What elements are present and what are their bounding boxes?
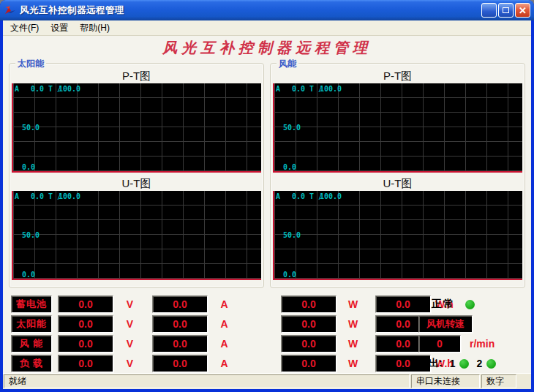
output-2-indicator <box>486 359 496 369</box>
window-title: 风光互补控制器远程管理 <box>20 4 480 17</box>
wind-voltage-display: 0.0 <box>58 335 113 353</box>
output-row: 输出: 1 2 <box>418 355 521 372</box>
maximize-button[interactable] <box>498 3 514 18</box>
chart-channel-label: A <box>15 85 19 93</box>
chart-ymid-label: 50.0 <box>22 231 40 239</box>
output-1-number: 1 <box>450 358 456 369</box>
output-2-number: 2 <box>476 358 482 369</box>
wind-ut-chart: A 0.0 T / 100.0 50.0 0.0 <box>273 191 522 280</box>
voltage-unit: V <box>113 358 146 369</box>
menu-file[interactable]: 文件(F) <box>4 20 45 36</box>
output-label: 输出: <box>418 357 443 370</box>
page-title: 风光互补控制器远程管理 <box>3 36 531 59</box>
fan-speed-display: 0 <box>418 335 461 353</box>
statusbar-ready: 就绪 <box>4 374 410 388</box>
battery-power-display: 0.0 <box>281 295 336 313</box>
groupbox-wind-caption: 风能 <box>277 58 298 70</box>
minimize-button[interactable] <box>481 3 497 18</box>
solar-voltage-display: 0.0 <box>58 315 113 333</box>
menu-help[interactable]: 帮助(H) <box>74 20 116 36</box>
solar-power-display: 0.0 <box>281 315 336 333</box>
menu-settings[interactable]: 设置 <box>45 20 74 36</box>
fan-speed-value-row: 0 r/min <box>418 335 521 353</box>
solar-ut-chart: A 0.0 T / 100.0 50.0 0.0 <box>12 191 261 280</box>
current-unit: A <box>208 318 241 330</box>
load-power-display: 0.0 <box>281 355 336 372</box>
solar-pt-chart: A 0.0 T / 100.0 50.0 0.0 <box>12 83 261 173</box>
statusbar-resize-grip[interactable] <box>518 374 530 388</box>
chart-timebase-label: 0.0 T / <box>292 85 323 93</box>
chart-timebase-label: 0.0 T / <box>31 192 61 200</box>
power-unit: W <box>336 298 369 310</box>
wind-label: 风 能 <box>11 335 52 353</box>
load-voltage-display: 0.0 <box>58 355 113 372</box>
voltage-unit: V <box>113 338 146 350</box>
titlebar[interactable]: 风光互补控制器远程管理 ✕ <box>0 0 534 20</box>
current-unit: A <box>208 298 241 310</box>
chart-ymid-label: 50.0 <box>283 231 301 239</box>
chart-ymax-label: 100.0 <box>59 85 80 93</box>
power-unit: W <box>336 318 369 330</box>
chart-ymid-label: 50.0 <box>283 124 301 132</box>
solar-pt-chart-title: P-T图 <box>12 69 261 83</box>
voltage-unit: V <box>113 318 146 330</box>
chart-ymin-label: 0.0 <box>22 271 35 279</box>
client-area: 风光互补控制器远程管理 太阳能 P-T图 A 0.0 T / 100.0 50.… <box>3 36 531 373</box>
load-current-display: 0.0 <box>152 355 208 372</box>
power-unit: W <box>336 338 369 350</box>
fan-speed-unit: r/min <box>470 338 494 350</box>
close-button[interactable]: ✕ <box>515 3 530 18</box>
wind-ut-chart-title: U-T图 <box>273 173 522 191</box>
status-column: 正常 风机转速 0 r/min 输出: 1 2 <box>418 295 521 372</box>
battery-voltage-display: 0.0 <box>58 295 113 313</box>
wind-pt-chart: A 0.0 T / 100.0 50.0 0.0 <box>273 83 522 173</box>
battery-current-display: 0.0 <box>152 295 208 313</box>
chart-panels: 太阳能 P-T图 A 0.0 T / 100.0 50.0 0.0 U-T图 A… <box>3 59 531 288</box>
wind-power-display: 0.0 <box>281 335 336 353</box>
current-unit: A <box>208 358 241 369</box>
chart-ymin-label: 0.0 <box>283 163 296 171</box>
statusbar-serial-status: 串口未连接 <box>411 374 480 388</box>
system-normal-indicator <box>465 300 475 309</box>
status-bar: 就绪 串口未连接 数字 <box>3 373 531 389</box>
statusbar-mode: 数字 <box>481 374 516 388</box>
readings-area: 蓄电池 0.0 V 0.0 A 0.0 W 0.0 W.h 太阳能 0.0 <box>3 288 531 373</box>
voltage-unit: V <box>113 298 146 310</box>
load-label: 负 载 <box>11 355 52 372</box>
app-icon <box>4 4 17 16</box>
chart-ymin-label: 0.0 <box>283 271 296 279</box>
wind-current-display: 0.0 <box>152 335 208 353</box>
system-status-row: 正常 <box>418 295 521 313</box>
chart-ymin-label: 0.0 <box>22 163 35 171</box>
battery-label: 蓄电池 <box>11 295 52 313</box>
system-normal-label: 正常 <box>432 298 455 311</box>
wind-pt-chart-title: P-T图 <box>273 69 522 83</box>
power-unit: W <box>336 358 369 369</box>
app-window: 风光互补控制器远程管理 ✕ 文件(F) 设置 帮助(H) 风光互补控制器远程管理… <box>0 0 534 392</box>
fan-speed-label-row: 风机转速 <box>418 315 521 333</box>
current-unit: A <box>208 338 241 350</box>
chart-timebase-label: 0.0 T / <box>31 85 61 93</box>
chart-ymax-label: 100.0 <box>59 192 80 200</box>
solar-label: 太阳能 <box>11 315 52 333</box>
groupbox-wind: 风能 P-T图 A 0.0 T / 100.0 50.0 0.0 U-T图 A … <box>270 63 525 288</box>
chart-ymax-label: 100.0 <box>320 192 342 200</box>
solar-current-display: 0.0 <box>152 315 208 333</box>
chart-channel-label: A <box>276 192 280 200</box>
chart-ymid-label: 50.0 <box>22 124 40 132</box>
chart-ymax-label: 100.0 <box>320 85 342 93</box>
chart-channel-label: A <box>15 192 19 200</box>
solar-ut-chart-title: U-T图 <box>12 173 261 191</box>
output-1-indicator <box>459 359 469 369</box>
fan-speed-label: 风机转速 <box>418 315 473 333</box>
groupbox-solar-caption: 太阳能 <box>15 58 46 70</box>
groupbox-solar: 太阳能 P-T图 A 0.0 T / 100.0 50.0 0.0 U-T图 A… <box>9 63 264 288</box>
window-frame: 文件(F) 设置 帮助(H) 风光互补控制器远程管理 太阳能 P-T图 A 0.… <box>3 20 531 389</box>
menu-bar: 文件(F) 设置 帮助(H) <box>3 20 531 36</box>
chart-timebase-label: 0.0 T / <box>292 192 323 200</box>
chart-channel-label: A <box>276 85 280 93</box>
